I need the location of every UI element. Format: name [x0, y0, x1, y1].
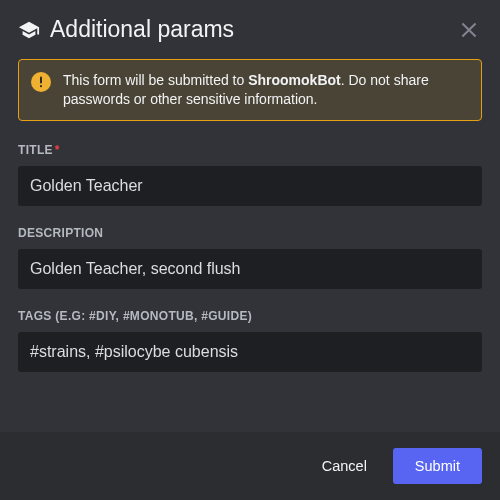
modal-footer: Cancel Submit	[0, 432, 500, 500]
submit-button[interactable]: Submit	[393, 448, 482, 484]
tags-input[interactable]	[18, 332, 482, 372]
modal-dialog: Additional params This form will be subm…	[0, 0, 500, 500]
modal-header: Additional params	[0, 0, 500, 51]
warning-prefix: This form will be submitted to	[63, 72, 248, 88]
warning-bot-name: ShroomokBot	[248, 72, 341, 88]
svg-rect-2	[40, 85, 42, 87]
svg-rect-1	[40, 77, 42, 84]
warning-banner: This form will be submitted to ShroomokB…	[18, 59, 482, 121]
warning-icon	[31, 72, 51, 92]
modal-title: Additional params	[50, 16, 456, 43]
cancel-button[interactable]: Cancel	[300, 448, 389, 484]
description-input[interactable]	[18, 249, 482, 289]
close-icon	[458, 19, 480, 41]
title-label: Title*	[18, 143, 482, 157]
grad-cap-icon	[18, 19, 40, 41]
tags-label: Tags (e.g: #diy, #monotub, #guide)	[18, 309, 482, 323]
required-indicator: *	[55, 143, 60, 157]
modal-content: This form will be submitted to ShroomokB…	[0, 51, 500, 432]
title-input[interactable]	[18, 166, 482, 206]
warning-text: This form will be submitted to ShroomokB…	[63, 71, 469, 109]
close-button[interactable]	[456, 17, 482, 43]
description-label: Description	[18, 226, 482, 240]
